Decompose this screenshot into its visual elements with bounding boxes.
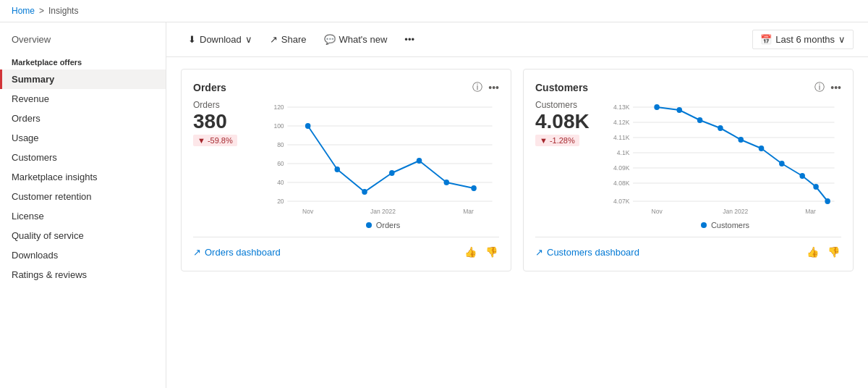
customers-thumbs-up-button[interactable]: 👍 xyxy=(805,245,820,259)
orders-card-title: Orders xyxy=(193,82,226,93)
svg-point-21 xyxy=(471,185,477,191)
orders-feedback: 👍 👎 xyxy=(463,245,499,259)
sidebar-item-summary[interactable]: Summary xyxy=(0,69,166,89)
svg-point-44 xyxy=(759,146,765,151)
svg-text:4.11K: 4.11K xyxy=(613,134,629,141)
svg-point-40 xyxy=(676,107,682,113)
customers-dashboard-trend-icon: ↗ xyxy=(535,247,543,258)
date-filter-button[interactable]: 📅 Last 6 months ∨ xyxy=(752,30,854,49)
svg-point-20 xyxy=(444,180,450,185)
svg-point-46 xyxy=(799,173,805,179)
orders-card-footer: ↗ Orders dashboard 👍 👎 xyxy=(193,237,499,259)
sidebar-item-usage[interactable]: Usage xyxy=(0,128,166,148)
svg-text:60: 60 xyxy=(277,160,284,167)
sidebar-item-overview[interactable]: Overview xyxy=(0,31,166,52)
svg-text:120: 120 xyxy=(273,104,284,111)
orders-legend-label: Orders xyxy=(376,221,401,229)
share-button[interactable]: ↗ Share xyxy=(263,30,314,48)
orders-metrics: Orders 380 ▼ -59.8% xyxy=(193,100,258,152)
customers-thumbs-down-button[interactable]: 👎 xyxy=(826,245,841,259)
sidebar-item-revenue[interactable]: Revenue xyxy=(0,89,166,109)
svg-point-19 xyxy=(417,158,422,164)
svg-text:4.13K: 4.13K xyxy=(613,104,629,111)
orders-thumbs-down-button[interactable]: 👎 xyxy=(484,245,499,259)
svg-point-41 xyxy=(697,117,703,123)
content-area: ⬇ Download ∨ ↗ Share 💬 What's new ••• 📅 … xyxy=(166,22,868,388)
sidebar-item-marketplace-insights[interactable]: Marketplace insights xyxy=(0,167,166,187)
orders-card-actions: ⓘ ••• xyxy=(472,81,499,94)
customers-card-body: Customers 4.08K ▼ -1.28% xyxy=(535,100,841,229)
customers-line-chart: 4.13K 4.12K 4.11K 4.1K 4.09K 4.08K 4.07K… xyxy=(609,100,841,216)
svg-text:Jan 2022: Jan 2022 xyxy=(723,208,748,215)
svg-point-48 xyxy=(825,198,830,204)
svg-text:4.09K: 4.09K xyxy=(613,164,629,172)
breadcrumb-sep: > xyxy=(39,6,44,16)
svg-text:4.08K: 4.08K xyxy=(613,180,629,187)
orders-chart-container: 120 100 80 60 40 20 Nov Jan 2022 Mar xyxy=(267,100,499,229)
svg-text:4.1K: 4.1K xyxy=(617,149,630,156)
download-chevron-icon: ∨ xyxy=(245,34,252,45)
share-icon: ↗ xyxy=(270,34,278,45)
customers-chart-legend: Customers xyxy=(609,221,841,229)
svg-text:Mar: Mar xyxy=(805,208,816,215)
sidebar-item-customer-retention[interactable]: Customer retention xyxy=(0,187,166,206)
customers-dashboard-link[interactable]: ↗ Customers dashboard xyxy=(535,247,639,258)
orders-trend-down-icon: ▼ xyxy=(197,136,205,145)
svg-text:Mar: Mar xyxy=(463,208,474,215)
orders-dashboard-link[interactable]: ↗ Orders dashboard xyxy=(193,247,281,258)
svg-text:Nov: Nov xyxy=(302,208,314,215)
orders-info-icon[interactable]: ⓘ xyxy=(472,81,482,94)
customers-card-header: Customers ⓘ ••• xyxy=(535,81,841,94)
orders-dashboard-trend-icon: ↗ xyxy=(193,247,201,258)
customers-card-title: Customers xyxy=(535,82,588,93)
sidebar-item-quality-of-service[interactable]: Quality of service xyxy=(0,226,166,245)
download-button[interactable]: ⬇ Download ∨ xyxy=(181,30,260,48)
sidebar-section-label: Marketplace offers xyxy=(0,52,166,69)
customers-metric-value: 4.08K xyxy=(535,111,600,132)
svg-text:Jan 2022: Jan 2022 xyxy=(370,208,396,215)
sidebar-item-license[interactable]: License xyxy=(0,206,166,226)
svg-point-42 xyxy=(718,125,723,131)
download-icon: ⬇ xyxy=(188,34,196,45)
orders-metric-badge: ▼ -59.8% xyxy=(193,135,237,146)
share-label: Share xyxy=(281,34,307,45)
sidebar-item-customers[interactable]: Customers xyxy=(0,148,166,167)
orders-chart-legend: Orders xyxy=(267,221,499,229)
breadcrumb-current: Insights xyxy=(48,6,78,16)
svg-point-16 xyxy=(334,166,340,172)
toolbar: ⬇ Download ∨ ↗ Share 💬 What's new ••• 📅 … xyxy=(166,22,868,57)
customers-info-icon[interactable]: ⓘ xyxy=(814,81,825,94)
sidebar-item-ratings-reviews[interactable]: Ratings & reviews xyxy=(0,265,166,284)
orders-thumbs-up-button[interactable]: 👍 xyxy=(463,245,478,259)
customers-card-footer: ↗ Customers dashboard 👍 👎 xyxy=(535,237,841,259)
svg-text:40: 40 xyxy=(277,179,284,186)
customers-more-icon[interactable]: ••• xyxy=(830,82,841,93)
customers-legend-label: Customers xyxy=(711,221,749,229)
customers-metric-label: Customers xyxy=(535,100,600,110)
svg-text:20: 20 xyxy=(277,198,284,205)
customers-legend-dot xyxy=(701,222,707,228)
breadcrumb: Home > Insights xyxy=(0,0,868,22)
whats-new-button[interactable]: 💬 What's new xyxy=(317,30,395,48)
orders-more-icon[interactable]: ••• xyxy=(488,82,499,93)
orders-card-body: Orders 380 ▼ -59.8% xyxy=(193,100,499,229)
svg-point-45 xyxy=(779,161,785,166)
orders-metric-label: Orders xyxy=(193,100,258,110)
svg-point-43 xyxy=(738,137,744,143)
more-button[interactable]: ••• xyxy=(397,30,422,48)
sidebar-item-orders[interactable]: Orders xyxy=(0,109,166,128)
customers-metrics: Customers 4.08K ▼ -1.28% xyxy=(535,100,600,152)
cards-area: Orders ⓘ ••• Orders 380 ▼ -59.8% xyxy=(166,57,868,388)
sidebar-item-downloads[interactable]: Downloads xyxy=(0,245,166,265)
more-icon: ••• xyxy=(404,34,414,45)
svg-point-47 xyxy=(813,184,819,190)
customers-card-actions: ⓘ ••• xyxy=(814,81,841,94)
orders-legend-dot xyxy=(366,222,372,228)
svg-point-39 xyxy=(654,104,660,110)
sidebar: Overview Marketplace offers Summary Reve… xyxy=(0,22,166,388)
whats-new-icon: 💬 xyxy=(324,34,336,45)
orders-card-header: Orders ⓘ ••• xyxy=(193,81,499,94)
orders-change-value: -59.8% xyxy=(208,136,233,145)
download-label: Download xyxy=(200,34,242,45)
breadcrumb-home[interactable]: Home xyxy=(12,6,35,16)
